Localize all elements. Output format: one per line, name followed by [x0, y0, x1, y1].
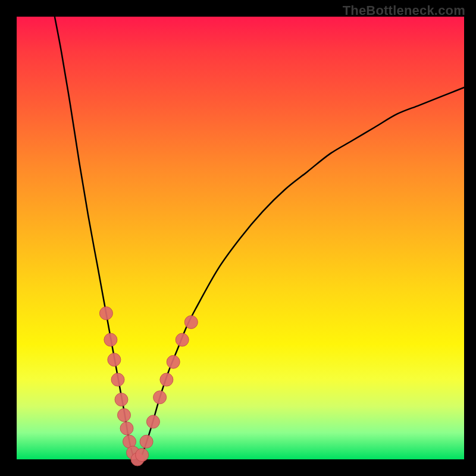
watermark-label: TheBottleneck.com: [343, 3, 465, 18]
plot-area: [17, 17, 464, 459]
outer-frame: TheBottleneck.com: [0, 0, 476, 476]
